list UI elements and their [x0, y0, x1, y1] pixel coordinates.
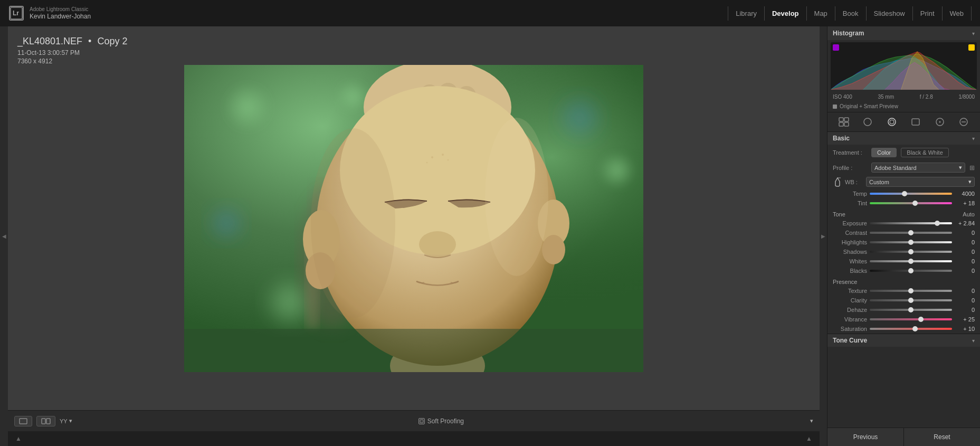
bottom-toolbar: YY ▾ Soft Proofing ▾ — [8, 410, 820, 431]
temp-slider[interactable] — [870, 193, 952, 195]
temp-label: Temp — [833, 191, 867, 197]
image-filename: _KL40801.NEF • Copy 2 — [17, 36, 127, 47]
vibrance-thumb[interactable] — [918, 317, 924, 322]
tint-thumb[interactable] — [912, 201, 918, 206]
view-grid-btn[interactable] — [36, 416, 55, 426]
highlights-thumb[interactable] — [908, 240, 914, 245]
panels-area: Basic ▾ Treatment : Color Black & White … — [827, 132, 980, 428]
vibrance-slider[interactable] — [870, 318, 952, 320]
adjustment-brush-icon[interactable] — [956, 116, 971, 128]
saturation-slider[interactable] — [870, 328, 952, 330]
nav-print[interactable]: Print — [913, 6, 943, 21]
nav-library[interactable]: Library — [728, 6, 765, 21]
svg-point-4 — [224, 83, 271, 131]
texture-slider[interactable] — [870, 290, 952, 292]
blacks-label: Blacks — [833, 268, 867, 274]
highlights-label: Highlights — [833, 239, 867, 245]
nav-slideshow[interactable]: Slideshow — [867, 6, 913, 21]
dehaze-thumb[interactable] — [908, 307, 914, 312]
nav-develop[interactable]: Develop — [765, 6, 807, 21]
filmstrip-up-icon[interactable]: ▲ — [14, 434, 23, 443]
whites-slider[interactable] — [870, 260, 952, 262]
whites-thumb[interactable] — [908, 259, 914, 264]
camera-info: ISO 400 35 mm f / 2.8 1/8000 — [827, 92, 980, 102]
texture-thumb[interactable] — [908, 288, 914, 293]
previous-button[interactable]: Previous — [827, 428, 904, 446]
clarity-value: 0 — [955, 297, 975, 303]
soft-proofing-toggle[interactable]: Soft Proofing — [418, 417, 464, 425]
shadows-thumb[interactable] — [908, 249, 914, 254]
saturation-label: Saturation — [833, 326, 867, 332]
tone-curve-toggle[interactable]: ▾ — [972, 338, 975, 344]
blacks-slider[interactable] — [870, 270, 952, 272]
svg-rect-46 — [420, 420, 423, 423]
contrast-slider[interactable] — [870, 232, 952, 234]
texture-value: 0 — [955, 288, 975, 294]
exposure-slider[interactable] — [870, 222, 952, 224]
profile-arrow-icon: ▾ — [959, 164, 962, 171]
wb-value: Custom — [869, 179, 889, 185]
dehaze-slider-row: Dehaze 0 — [827, 305, 980, 315]
profile-dropdown[interactable]: Adobe Standard ▾ — [871, 163, 965, 173]
nav-book[interactable]: Book — [835, 6, 867, 21]
contrast-label: Contrast — [833, 230, 867, 236]
reset-button[interactable]: Reset — [904, 428, 980, 446]
color-btn[interactable]: Color — [871, 148, 897, 157]
temp-thumb[interactable] — [902, 191, 907, 196]
bottom-dropdown[interactable]: ▾ — [810, 417, 813, 424]
clarity-slider[interactable] — [870, 299, 952, 301]
filmstrip-up-icon-right[interactable]: ▲ — [805, 434, 813, 443]
tint-value: + 18 — [955, 200, 975, 206]
histogram-toggle[interactable]: ▾ — [972, 31, 975, 36]
wb-dropdown[interactable]: Custom ▾ — [866, 177, 975, 187]
left-panel-toggle[interactable]: ◀ — [0, 26, 8, 446]
nav-web[interactable]: Web — [943, 6, 972, 21]
nav-map[interactable]: Map — [807, 6, 835, 21]
bw-btn[interactable]: Black & White — [901, 148, 948, 157]
app-branding: Lr Adobe Lightroom Classic Kevin Landwer… — [8, 5, 91, 21]
left-arrow-icon[interactable]: ◀ — [1, 231, 7, 242]
view-single-btn[interactable] — [14, 416, 32, 426]
shadows-value: 0 — [955, 249, 975, 255]
texture-slider-row: Texture 0 — [827, 286, 980, 296]
svg-rect-44 — [42, 419, 45, 424]
svg-text:Lr: Lr — [13, 10, 19, 17]
wb-eyedropper-icon[interactable] — [833, 177, 842, 187]
saturation-slider-row: Saturation + 10 — [827, 324, 980, 334]
flag-dropdown[interactable]: YY ▾ — [60, 417, 72, 424]
highlights-slider[interactable] — [870, 241, 952, 243]
histogram-header[interactable]: Histogram ▾ — [827, 26, 980, 40]
shadows-slider[interactable] — [870, 251, 952, 253]
svg-point-7 — [598, 152, 635, 189]
spot-heal-icon[interactable] — [884, 116, 899, 128]
graduated-filter-icon[interactable] — [933, 116, 947, 128]
tone-curve-header[interactable]: Tone Curve ▾ — [827, 334, 980, 347]
svg-rect-43 — [20, 419, 27, 424]
grid-tool-icon[interactable] — [836, 116, 851, 128]
basic-panel: Basic ▾ Treatment : Color Black & White … — [827, 132, 980, 334]
exposure-thumb[interactable] — [935, 221, 940, 226]
profile-grid-icon[interactable]: ⊞ — [969, 164, 975, 172]
filmstrip-bar: ▲ ▲ — [8, 431, 820, 446]
bottom-actions: Previous Reset — [827, 428, 980, 446]
smart-preview: Original + Smart Preview — [827, 102, 980, 112]
saturation-thumb[interactable] — [912, 326, 918, 331]
contrast-thumb[interactable] — [908, 230, 914, 235]
profile-label: Profile : — [833, 165, 867, 171]
basic-panel-title: Basic — [833, 135, 850, 142]
clarity-thumb[interactable] — [908, 298, 914, 303]
blacks-thumb[interactable] — [908, 268, 914, 273]
tint-slider[interactable] — [870, 202, 952, 204]
tone-auto-btn[interactable]: Auto — [963, 211, 975, 217]
exposure-label: Exposure — [833, 220, 867, 226]
whites-slider-row: Whites 0 — [827, 257, 980, 266]
dehaze-slider[interactable] — [870, 309, 952, 311]
crop-tool-icon[interactable] — [860, 116, 875, 128]
basic-panel-header[interactable]: Basic ▾ — [827, 132, 980, 145]
soft-proofing-checkbox[interactable] — [418, 418, 425, 424]
right-panel-arrow[interactable]: ▶ — [820, 26, 827, 446]
basic-panel-toggle[interactable]: ▾ — [972, 136, 975, 141]
clarity-label: Clarity — [833, 297, 867, 303]
filename-separator: • — [88, 36, 91, 46]
red-eye-icon[interactable] — [908, 116, 923, 128]
